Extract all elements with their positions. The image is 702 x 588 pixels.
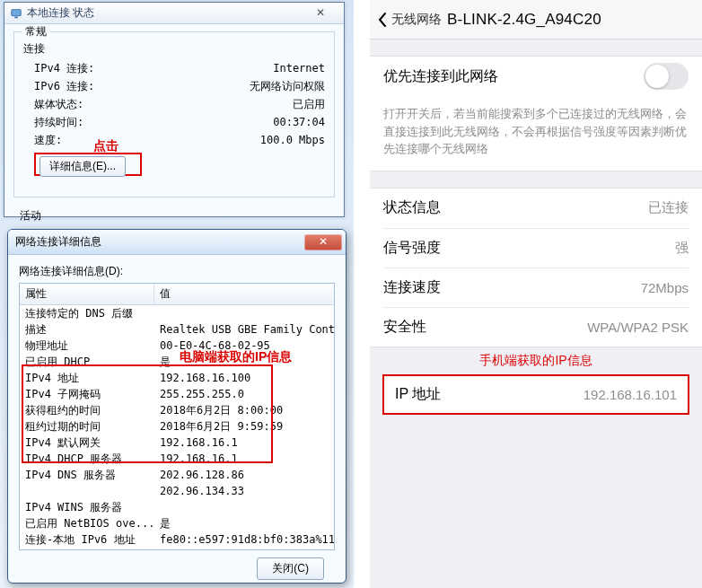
info-value: WPA/WPA2 PSK xyxy=(587,320,689,335)
prop-name: 已启用 NetBIOS ove... xyxy=(20,515,154,531)
prop-value xyxy=(154,499,334,515)
info-row[interactable]: 安全性WPA/WPA2 PSK xyxy=(383,307,689,347)
prop-value xyxy=(154,548,334,550)
table-row: IPv4 子网掩码255.255.255.0 xyxy=(20,386,334,402)
table-row: IPv4 DHCP 服务器192.168.16.1 xyxy=(20,451,334,467)
col-value[interactable]: 值 xyxy=(154,284,334,304)
ip-value: 192.168.16.101 xyxy=(584,387,677,402)
status-row: IPv6 连接:无网络访问权限 xyxy=(23,77,325,95)
info-label: 连接速度 xyxy=(383,278,441,297)
status-key: 媒体状态: xyxy=(23,95,83,113)
status-val: Internet xyxy=(273,59,325,77)
prop-name: 获得租约的时间 xyxy=(20,402,154,418)
table-row: 连接特定的 DNS 后缀 xyxy=(20,305,334,321)
col-property[interactable]: 属性 xyxy=(20,284,154,304)
prop-value: 00-E0-4C-68-02-95 xyxy=(154,338,334,354)
close-button-red[interactable]: ✕ xyxy=(304,234,342,250)
details-button[interactable]: 详细信息(E)... xyxy=(39,156,126,177)
status-row: 速度:100.0 Mbps xyxy=(23,131,325,149)
chevron-left-icon xyxy=(377,12,388,28)
prop-name: 租约过期的时间 xyxy=(20,418,154,434)
prop-name: IPv6 默认网关 xyxy=(20,548,154,550)
details-titlebar: 网络连接详细信息 ✕ xyxy=(8,230,346,255)
status-val: 已启用 xyxy=(293,95,325,113)
info-value: 72Mbps xyxy=(641,280,689,295)
prop-value: 2018年6月2日 8:00:00 xyxy=(154,402,334,418)
table-row: IPv4 地址192.168.16.100 xyxy=(20,370,334,386)
prop-value: 192.168.16.1 xyxy=(154,451,334,467)
prop-value: 202.96.128.86 xyxy=(154,467,334,483)
close-icon[interactable]: ✕ xyxy=(303,6,338,21)
status-row: 持续时间:00:37:04 xyxy=(23,113,325,131)
table-row: 已启用 DHCP是 xyxy=(20,354,334,370)
prop-name: 已启用 DHCP xyxy=(20,354,154,370)
local-connection-status-window: 本地连接 状态 ✕ 常规 连接 IPv4 连接:InternetIPv6 连接:… xyxy=(4,2,345,217)
status-key: 速度: xyxy=(23,131,62,149)
priority-card: 优先连接到此网络 打开开关后，若当前能搜索到多个已连接过的无线网络，会直接连接到… xyxy=(370,56,702,171)
prop-name: IPv4 子网掩码 xyxy=(20,386,154,402)
nav-bar: 无线网络 B-LINK-2.4G_A94C20 xyxy=(370,0,702,39)
status-title: 本地连接 状态 xyxy=(27,5,94,21)
svg-rect-1 xyxy=(14,16,18,18)
status-titlebar: 本地连接 状态 ✕ xyxy=(4,3,344,24)
table-row: IPv6 默认网关 xyxy=(20,548,334,550)
prop-value: 是 xyxy=(154,354,334,370)
info-row[interactable]: 连接速度72Mbps xyxy=(383,268,689,307)
table-row: 获得租约的时间2018年6月2日 8:00:00 xyxy=(20,402,334,418)
status-key: IPv6 连接: xyxy=(23,77,94,95)
prop-name xyxy=(20,483,154,499)
ssid-title: B-LINK-2.4G_A94C20 xyxy=(447,11,601,29)
ip-label: IP 地址 xyxy=(395,385,441,404)
status-row: 媒体状态:已启用 xyxy=(23,95,325,113)
status-val: 无网络访问权限 xyxy=(250,77,325,95)
back-button[interactable]: 无线网络 xyxy=(377,12,442,28)
info-card: 状态信息已连接信号强度强连接速度72Mbps安全性WPA/WPA2 PSK xyxy=(370,188,702,347)
svg-rect-0 xyxy=(12,9,22,15)
status-val: 00:37:04 xyxy=(273,113,325,131)
info-row[interactable]: 信号强度强 xyxy=(383,228,689,268)
phone-ip-annotation: 手机端获取的IP信息 xyxy=(370,353,702,369)
mobile-wifi-settings: 无线网络 B-LINK-2.4G_A94C20 优先连接到此网络 打开开关后，若… xyxy=(370,0,702,588)
prop-name: IPv4 DNS 服务器 xyxy=(20,467,154,483)
prop-value: 192.168.16.100 xyxy=(154,370,334,386)
status-key: 持续时间: xyxy=(23,113,83,131)
close-button[interactable]: 关闭(C) xyxy=(257,557,324,580)
ip-address-row[interactable]: IP 地址 192.168.16.101 xyxy=(382,374,689,415)
prop-name: IPv4 地址 xyxy=(20,370,154,386)
prop-name: IPv4 WINS 服务器 xyxy=(20,499,154,515)
status-row: IPv4 连接:Internet xyxy=(23,59,325,77)
status-key: IPv4 连接: xyxy=(23,59,94,77)
table-row: IPv4 默认网关192.168.16.1 xyxy=(20,434,334,451)
prop-name: 物理地址 xyxy=(20,338,154,354)
prop-value: Realtek USB GBE Family Control xyxy=(154,321,334,338)
prop-value: 2018年6月2日 9:59:59 xyxy=(154,418,334,434)
section-connection: 连接 xyxy=(23,39,325,57)
info-row[interactable]: 状态信息已连接 xyxy=(383,189,689,228)
prop-name: 描述 xyxy=(20,321,154,338)
table-row: 202.96.134.33 xyxy=(20,483,334,499)
back-label: 无线网络 xyxy=(391,12,442,28)
details-list-label: 网络连接详细信息(D): xyxy=(19,264,335,279)
details-title: 网络连接详细信息 xyxy=(15,234,101,250)
network-icon xyxy=(10,7,22,20)
prop-value: 是 xyxy=(154,515,334,531)
prop-name: IPv4 默认网关 xyxy=(20,434,154,451)
details-table: 属性 值 连接特定的 DNS 后缀描述Realtek USB GBE Famil… xyxy=(19,283,335,550)
prop-value: 255.255.255.0 xyxy=(154,386,334,402)
table-row: 租约过期的时间2018年6月2日 9:59:59 xyxy=(20,418,334,434)
table-row: 连接-本地 IPv6 地址fe80::e597:91d8:bf0:383a%11 xyxy=(20,531,334,548)
prop-value xyxy=(154,305,334,321)
prop-name: IPv4 DHCP 服务器 xyxy=(20,451,154,467)
info-value: 强 xyxy=(675,240,689,257)
prop-value: 192.168.16.1 xyxy=(154,434,334,451)
tab-general[interactable]: 常规 xyxy=(22,24,50,39)
priority-toggle[interactable] xyxy=(644,63,689,90)
table-row: IPv4 WINS 服务器 xyxy=(20,499,334,515)
info-value: 已连接 xyxy=(648,199,689,216)
info-label: 安全性 xyxy=(383,318,426,337)
prop-value: fe80::e597:91d8:bf0:383a%11 xyxy=(154,531,334,548)
prop-name: 连接特定的 DNS 后缀 xyxy=(20,305,154,321)
table-row: 已启用 NetBIOS ove...是 xyxy=(20,515,334,531)
network-details-dialog: 网络连接详细信息 ✕ 网络连接详细信息(D): 属性 值 连接特定的 DNS 后… xyxy=(7,229,347,584)
priority-description: 打开开关后，若当前能搜索到多个已连接过的无线网络，会直接连接到此无线网络，不会再… xyxy=(383,96,689,171)
